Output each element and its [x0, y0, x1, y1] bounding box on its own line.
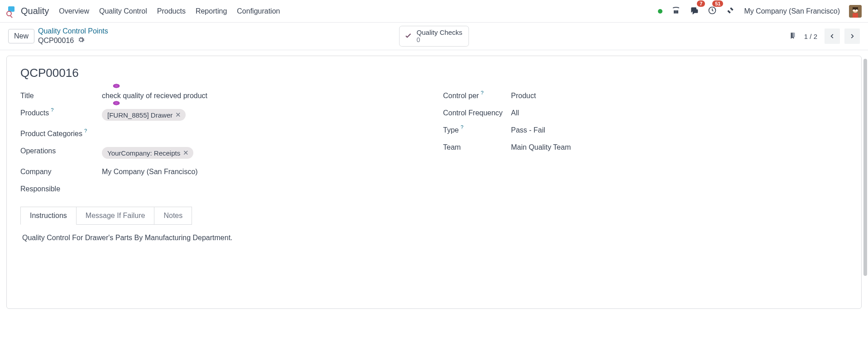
control-panel: New Quality Control Points QCP00016 Qual… — [0, 23, 868, 50]
record-name: QCP00016 — [20, 66, 848, 80]
quality-checks-stat[interactable]: Quality Checks 0 — [399, 26, 469, 47]
company-switcher[interactable]: My Company (San Francisco) — [744, 7, 840, 15]
form-right-col: Control per? Product Control Frequency A… — [443, 87, 848, 198]
pager-prev-button[interactable] — [825, 28, 840, 44]
svg-rect-1 — [676, 11, 677, 12]
field-product-categories: Product Categories? — [20, 125, 425, 142]
tag-remove-icon[interactable]: ✕ — [183, 149, 189, 157]
app-title[interactable]: Quality — [21, 6, 49, 16]
subbar-right: 1 / 2 — [789, 28, 860, 44]
help-icon[interactable]: ? — [51, 107, 53, 113]
tag-remove-icon[interactable]: ✕ — [175, 111, 181, 119]
field-responsible: Responsible — [20, 180, 425, 198]
label-company: Company — [20, 168, 102, 176]
label-product-categories: Product Categories? — [20, 130, 102, 138]
field-company: Company My Company (San Francisco) — [20, 163, 425, 180]
user-avatar[interactable] — [849, 5, 862, 18]
label-control-frequency: Control Frequency — [443, 109, 511, 117]
discuss-badge: 7 — [697, 0, 705, 7]
pager-next-button[interactable] — [844, 28, 860, 44]
nav-products[interactable]: Products — [157, 7, 186, 15]
label-responsible: Responsible — [20, 185, 102, 193]
svg-rect-4 — [676, 12, 677, 13]
field-products: Products? [FURN_8855] Drawer ✕ — [20, 104, 425, 125]
svg-rect-0 — [674, 11, 675, 12]
scrollbar[interactable] — [863, 59, 867, 276]
svg-rect-5 — [677, 12, 678, 13]
help-icon[interactable]: ? — [481, 90, 484, 95]
form-sheet: QCP00016 Title check quality of recieved… — [6, 56, 862, 309]
field-type: Type? Pass - Fail — [443, 122, 848, 139]
nav-quality-control[interactable]: Quality Control — [99, 7, 147, 15]
product-tag[interactable]: [FURN_8855] Drawer ✕ — [102, 109, 186, 121]
tab-instructions[interactable]: Instructions — [20, 207, 77, 225]
field-team: Team Main Quality Team — [443, 139, 848, 156]
form-left-col: Title check quality of recieved product … — [20, 87, 425, 198]
stat-count: 0 — [417, 37, 462, 43]
value-company[interactable]: My Company (San Francisco) — [102, 168, 198, 176]
field-control-per: Control per? Product — [443, 87, 848, 104]
nav-links: Overview Quality Control Products Report… — [59, 7, 280, 15]
discuss-icon[interactable]: 7 — [690, 6, 699, 16]
value-title[interactable]: check quality of recieved product — [102, 92, 207, 100]
value-operations[interactable]: YourCompany: Receipts ✕ — [102, 147, 193, 159]
breadcrumb-current-text: QCP00016 — [38, 37, 74, 45]
chevron-right-icon — [849, 33, 855, 39]
svg-rect-2 — [677, 11, 678, 12]
label-operations: Operations — [20, 147, 102, 155]
label-title: Title — [20, 92, 102, 100]
field-operations: Operations YourCompany: Receipts ✕ — [20, 142, 425, 163]
svg-rect-11 — [856, 9, 858, 11]
phone-icon[interactable] — [671, 6, 681, 16]
sparkle-icon — [113, 101, 120, 105]
tab-message-if-failure[interactable]: Message If Failure — [76, 207, 155, 225]
value-control-frequency[interactable]: All — [511, 109, 519, 117]
nav-reporting[interactable]: Reporting — [196, 7, 227, 15]
topbar: Quality Overview Quality Control Product… — [0, 0, 868, 23]
bookmark-icon[interactable] — [789, 31, 797, 42]
field-control-frequency: Control Frequency All — [443, 104, 848, 122]
operation-tag[interactable]: YourCompany: Receipts ✕ — [102, 147, 193, 159]
svg-rect-10 — [853, 9, 855, 11]
breadcrumb: Quality Control Points QCP00016 — [38, 27, 108, 45]
new-button[interactable]: New — [8, 29, 34, 43]
check-icon — [404, 32, 412, 40]
tab-content-instructions[interactable]: Quality Control For Drawer's Parts By Ma… — [20, 225, 848, 251]
svg-rect-3 — [674, 12, 675, 13]
topbar-right: 7 51 My Company (San Francisco) — [658, 5, 862, 18]
label-team: Team — [443, 143, 511, 152]
status-online-icon — [658, 9, 662, 14]
field-title: Title check quality of recieved product — [20, 87, 425, 104]
value-team[interactable]: Main Quality Team — [511, 143, 571, 152]
gear-icon[interactable] — [77, 36, 85, 45]
activities-badge: 51 — [712, 0, 723, 7]
value-products[interactable]: [FURN_8855] Drawer ✕ — [102, 109, 186, 121]
breadcrumb-current: QCP00016 — [38, 36, 108, 45]
stat-label: Quality Checks — [417, 29, 462, 37]
pager-text[interactable]: 1 / 2 — [804, 33, 817, 40]
tab-notes[interactable]: Notes — [154, 207, 192, 225]
breadcrumb-parent[interactable]: Quality Control Points — [38, 27, 108, 35]
value-type[interactable]: Pass - Fail — [511, 126, 546, 134]
sparkle-icon — [113, 84, 120, 88]
label-products: Products? — [20, 109, 102, 117]
form-tabs: Instructions Message If Failure Notes — [20, 207, 848, 225]
activities-icon[interactable]: 51 — [708, 6, 717, 16]
nav-configuration[interactable]: Configuration — [237, 7, 280, 15]
app-logo-icon — [6, 6, 16, 16]
value-control-per[interactable]: Product — [511, 92, 536, 100]
help-icon[interactable]: ? — [84, 128, 87, 133]
label-type: Type? — [443, 126, 511, 134]
chevron-left-icon — [829, 33, 835, 39]
svg-rect-12 — [853, 13, 858, 18]
help-icon[interactable]: ? — [460, 124, 463, 130]
nav-overview[interactable]: Overview — [59, 7, 89, 15]
tools-icon[interactable] — [726, 6, 735, 16]
label-control-per: Control per? — [443, 92, 511, 100]
